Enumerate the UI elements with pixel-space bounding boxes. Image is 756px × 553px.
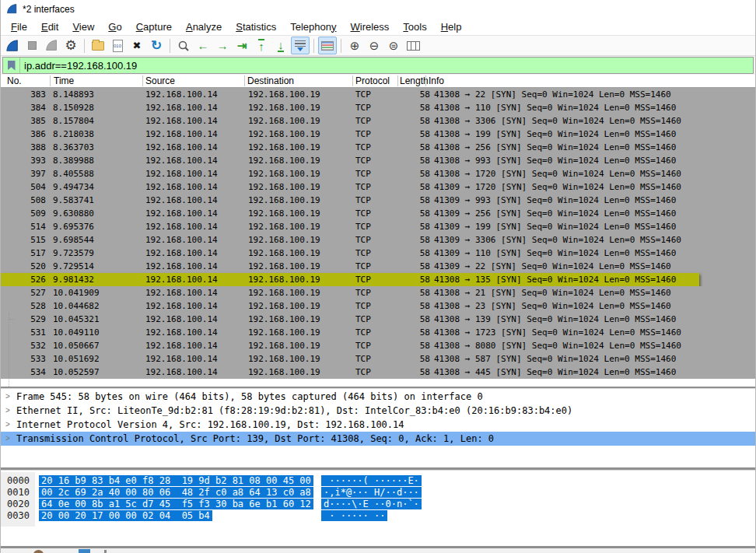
menu-item[interactable]: Help <box>434 19 469 34</box>
column-divider[interactable] <box>142 75 143 86</box>
packet-row[interactable]: 528 10.044682 192.168.100.14 192.168.100… <box>1 299 755 313</box>
column-divider[interactable] <box>244 75 245 86</box>
packet-row[interactable]: 515 9.698544 192.168.100.14 192.168.100.… <box>1 233 755 247</box>
cell-no: 517 <box>1 248 46 258</box>
save-file-button[interactable]: 010 <box>108 37 127 54</box>
packet-row[interactable]: 520 9.729514 192.168.100.14 192.168.100.… <box>1 260 755 273</box>
packet-row[interactable]: 529 10.045321 192.168.100.14 192.168.100… <box>1 313 755 326</box>
detail-row[interactable]: > Transmission Control Protocol, Src Por… <box>1 432 755 446</box>
packet-row[interactable]: 514 9.695376 192.168.100.14 192.168.100.… <box>1 220 755 233</box>
binary-file-icon: 010 <box>113 40 123 52</box>
open-file-button[interactable] <box>89 37 107 54</box>
restart-capture-button[interactable] <box>42 37 61 54</box>
detail-row[interactable]: > Ethernet II, Src: LiteonTe_9d:b2:81 (f… <box>1 404 755 418</box>
hex-row[interactable]: 0010 00 2c 69 2a 40 00 80 06 48 2f c0 a8… <box>1 487 755 499</box>
find-packet-button[interactable] <box>174 37 193 54</box>
hex-row[interactable]: 0000 20 16 b9 83 b4 e0 f8 28 19 9d b2 81… <box>1 475 755 487</box>
column-divider[interactable] <box>397 75 398 86</box>
menu-item[interactable]: Go <box>101 19 128 34</box>
column-header-info[interactable]: Info <box>429 75 444 86</box>
filter-bookmark-button[interactable] <box>3 58 20 73</box>
ascii-bytes-selected[interactable]: ······( ······E· <box>321 475 422 486</box>
taskbar-app-icon[interactable] <box>104 550 107 553</box>
toolbar-separator <box>84 39 85 53</box>
capture-options-button[interactable]: ⚙ <box>61 37 80 54</box>
column-divider[interactable] <box>50 75 51 86</box>
column-header-protocol[interactable]: Protocol <box>355 75 390 86</box>
hex-bytes-selected[interactable]: 00 2c 69 2a 40 00 80 06 48 2f c0 a8 64 1… <box>39 487 313 498</box>
menu-item[interactable]: View <box>65 19 101 34</box>
cell-protocol: TCP <box>355 327 371 338</box>
first-packet-button[interactable]: ↑ <box>252 37 271 54</box>
start-capture-button[interactable] <box>3 37 22 54</box>
packet-row[interactable]: 397 8.405588 192.168.100.14 192.168.100.… <box>1 167 755 180</box>
hex-bytes-selected[interactable]: 20 16 b9 83 b4 e0 f8 28 19 9d b2 81 08 0… <box>39 475 313 486</box>
cell-info: 41308 → 110 [SYN] Seq=0 Win=1024 Len=0 M… <box>434 103 676 113</box>
reload-button[interactable]: ↻ <box>147 37 166 54</box>
column-divider[interactable] <box>425 75 426 86</box>
hex-row[interactable]: 0030 20 00 20 17 00 00 02 04 05 b4 · ···… <box>1 510 755 522</box>
cell-info: 41308 → 3306 [SYN] Seq=0 Win=1024 Len=0 … <box>434 116 681 126</box>
colorize-button[interactable] <box>318 37 337 54</box>
chevron-right-icon[interactable]: > <box>5 420 10 429</box>
taskbar-app-icon[interactable] <box>79 549 90 553</box>
ascii-bytes-selected[interactable]: ·,i*@··· H/··d··· <box>321 487 422 498</box>
chevron-right-icon[interactable]: > <box>5 392 10 401</box>
auto-scroll-button[interactable] <box>291 37 310 54</box>
resize-columns-button[interactable] <box>404 37 422 54</box>
packet-row[interactable]: 526 9.981432 192.168.100.14 192.168.100.… <box>1 273 755 286</box>
column-header-no[interactable]: No. <box>7 75 22 86</box>
ascii-bytes-selected[interactable]: · ····· ·· <box>321 510 387 521</box>
packet-row[interactable]: 384 8.150928 192.168.100.14 192.168.100.… <box>1 101 755 114</box>
gear-icon: ⚙ <box>65 39 76 52</box>
packet-row[interactable]: 533 10.051692 192.168.100.14 192.168.100… <box>1 352 755 366</box>
packet-row[interactable]: 393 8.389988 192.168.100.14 192.168.100.… <box>1 154 755 167</box>
menu-item[interactable]: File <box>4 19 34 34</box>
column-header-source[interactable]: Source <box>145 75 175 86</box>
packet-row[interactable]: 527 10.041909 192.168.100.14 192.168.100… <box>1 286 755 299</box>
menu-item[interactable]: Tools <box>396 19 433 34</box>
column-header-time[interactable]: Time <box>54 75 74 86</box>
menu-item[interactable]: Wireless <box>344 19 397 34</box>
detail-row[interactable]: > Internet Protocol Version 4, Src: 192.… <box>1 418 755 432</box>
hex-bytes-selected[interactable]: 20 00 20 17 00 00 02 04 05 b4 <box>39 510 212 521</box>
menu-item[interactable]: Capture <box>129 19 179 34</box>
cell-info: 41309 → 22 [SYN] Seq=0 Win=1024 Len=0 MS… <box>434 261 671 271</box>
detail-row[interactable]: > Frame 545: 58 bytes on wire (464 bits)… <box>1 390 755 404</box>
menu-item[interactable]: Edit <box>34 19 65 34</box>
menu-item[interactable]: Analyze <box>179 19 229 34</box>
menu-item[interactable]: Telephony <box>283 19 343 34</box>
display-filter-input[interactable] <box>20 58 753 73</box>
ascii-bytes-selected[interactable]: d····\·E ··0·n·`· <box>321 499 422 509</box>
packet-row[interactable]: 532 10.050667 192.168.100.14 192.168.100… <box>1 339 755 352</box>
chevron-right-icon[interactable]: > <box>5 434 10 443</box>
stop-capture-button[interactable] <box>23 37 41 54</box>
menu-item[interactable]: Statistics <box>229 19 283 34</box>
zoom-reset-button[interactable]: ⊜ <box>384 37 403 54</box>
column-divider[interactable] <box>352 75 353 86</box>
packet-row[interactable]: 509 9.630880 192.168.100.14 192.168.100.… <box>1 207 755 220</box>
column-header-destination[interactable]: Destination <box>247 75 294 86</box>
packet-row[interactable]: 386 8.218038 192.168.100.14 192.168.100.… <box>1 128 755 141</box>
column-header-length[interactable]: Length <box>400 75 429 86</box>
packet-row[interactable]: 517 9.723579 192.168.100.14 192.168.100.… <box>1 247 755 260</box>
packet-row[interactable]: 383 8.148893 192.168.100.14 192.168.100.… <box>1 88 755 101</box>
pane-splitter[interactable] <box>1 387 755 389</box>
last-packet-button[interactable]: ↓ <box>271 37 290 54</box>
taskbar-app-icon[interactable] <box>33 550 44 553</box>
hex-row[interactable]: 0020 64 0e 00 8b a1 5c d7 45 f5 f3 30 ba… <box>1 499 755 510</box>
previous-packet-button[interactable]: ← <box>194 37 212 54</box>
close-file-button[interactable]: ✖ <box>128 37 146 54</box>
zoom-out-button[interactable]: ⊖ <box>365 37 383 54</box>
packet-row[interactable]: 508 9.583741 192.168.100.14 192.168.100.… <box>1 194 755 207</box>
chevron-right-icon[interactable]: > <box>5 406 10 415</box>
packet-row[interactable]: 388 8.363703 192.168.100.14 192.168.100.… <box>1 141 755 154</box>
next-packet-button[interactable]: → <box>213 37 232 54</box>
packet-row[interactable]: 531 10.049110 192.168.100.14 192.168.100… <box>1 326 755 339</box>
zoom-in-button[interactable]: ⊕ <box>345 37 364 54</box>
packet-row[interactable]: 534 10.052597 192.168.100.14 192.168.100… <box>1 366 755 379</box>
packet-row[interactable]: 504 9.494734 192.168.100.14 192.168.100.… <box>1 180 755 194</box>
packet-row[interactable]: 385 8.157804 192.168.100.14 192.168.100.… <box>1 114 755 128</box>
goto-packet-button[interactable]: ⇥ <box>233 37 251 54</box>
hex-bytes-selected[interactable]: 64 0e 00 8b a1 5c d7 45 f5 f3 30 ba 6e b… <box>39 499 313 509</box>
